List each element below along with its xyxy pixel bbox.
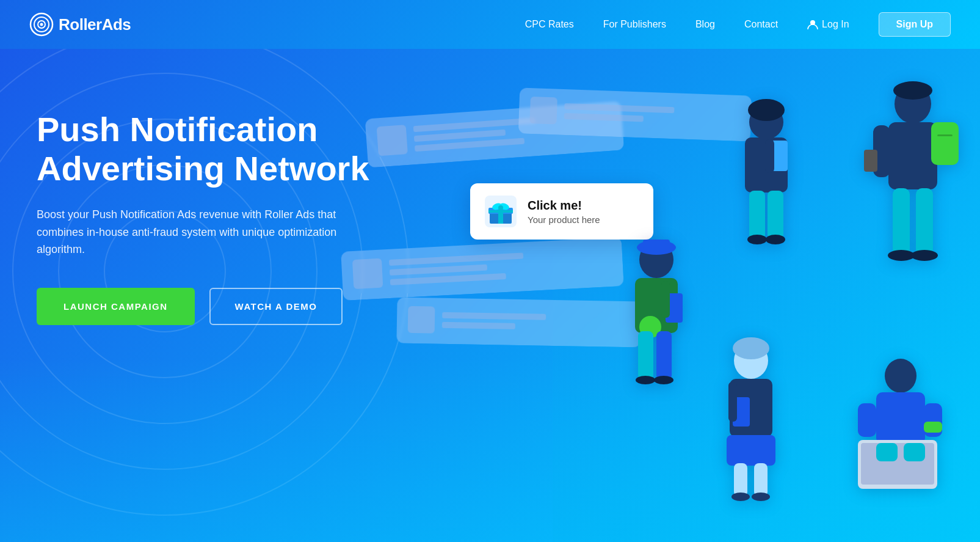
person-illustration-5: [840, 342, 962, 504]
login-button[interactable]: Log In: [807, 19, 849, 30]
signup-button[interactable]: Sign Up: [879, 12, 951, 37]
notif-line: [564, 113, 644, 122]
svg-rect-53: [858, 403, 876, 437]
person-illustration-3: [608, 226, 705, 400]
svg-rect-30: [643, 240, 670, 249]
svg-point-16: [766, 235, 785, 244]
notif-thumb-2: [529, 97, 557, 125]
svg-rect-36: [656, 331, 672, 380]
svg-rect-21: [937, 134, 953, 136]
launch-campaign-button[interactable]: LAUNCH CAMPAIGN: [37, 288, 195, 325]
person-illustration-4: [699, 324, 803, 510]
watch-demo-button[interactable]: WATCH A DEMO: [209, 288, 343, 325]
hero-buttons: LAUNCH CAMPAIGN WATCH A DEMO: [37, 288, 415, 325]
svg-rect-13: [749, 191, 765, 240]
svg-rect-20: [931, 122, 959, 165]
logo-text: RollerAds: [59, 15, 131, 34]
notif-line: [564, 103, 674, 113]
svg-rect-23: [893, 188, 910, 255]
svg-rect-12: [765, 139, 774, 173]
login-label: Log In: [822, 19, 849, 30]
svg-point-47: [731, 493, 750, 501]
svg-point-9: [748, 99, 785, 121]
hero-title: Push Notification Advertising Network: [37, 110, 415, 189]
svg-rect-55: [876, 443, 898, 461]
user-icon: [807, 19, 818, 30]
notif-lines-2: [564, 103, 675, 123]
notification-text: Click me! Your product here: [528, 199, 600, 225]
svg-rect-43: [728, 382, 737, 422]
hero-content: Push Notification Advertising Network Bo…: [37, 110, 415, 325]
logo[interactable]: RollerAds: [29, 12, 131, 37]
nav-links: CPC Rates For Publishers Blog Contact Lo…: [525, 12, 951, 37]
notification-subtitle: Your product here: [528, 214, 600, 225]
nav-blog[interactable]: Blog: [695, 19, 715, 30]
notif-card-4: [396, 298, 641, 348]
nav-cpc-rates[interactable]: CPC Rates: [525, 19, 574, 30]
svg-point-49: [885, 359, 916, 393]
svg-point-18: [893, 81, 932, 100]
notif-line: [442, 322, 515, 329]
svg-rect-24: [916, 188, 933, 255]
svg-rect-50: [876, 392, 925, 444]
svg-rect-46: [754, 463, 768, 497]
svg-rect-35: [638, 331, 653, 380]
svg-point-25: [888, 250, 915, 261]
navbar: RollerAds CPC Rates For Publishers Blog …: [0, 0, 980, 49]
svg-rect-44: [727, 435, 775, 466]
svg-point-40: [733, 337, 769, 359]
svg-rect-45: [734, 463, 747, 497]
svg-point-48: [752, 493, 770, 501]
svg-rect-4: [488, 210, 513, 213]
svg-point-38: [654, 376, 673, 384]
svg-rect-33: [661, 281, 670, 318]
svg-rect-14: [768, 191, 783, 240]
nav-contact[interactable]: Contact: [744, 19, 778, 30]
gift-icon: [485, 196, 517, 227]
svg-point-15: [747, 235, 767, 244]
svg-point-26: [911, 250, 938, 261]
svg-point-61: [40, 23, 43, 26]
notif-line: [413, 117, 535, 132]
nav-for-publishers[interactable]: For Publishers: [603, 19, 666, 30]
person-illustration-1: [711, 73, 821, 259]
notif-lines-4: [442, 312, 546, 330]
svg-rect-56: [904, 443, 925, 461]
svg-point-7: [498, 205, 503, 210]
person-illustration-2: [852, 61, 974, 284]
hero-subtitle: Boost your Push Notification Ads revenue…: [37, 206, 366, 258]
svg-rect-27: [864, 150, 877, 172]
notification-title: Click me!: [528, 199, 600, 213]
svg-point-37: [636, 376, 655, 384]
svg-rect-19: [888, 122, 937, 189]
notif-line: [442, 312, 546, 320]
svg-rect-57: [924, 422, 942, 433]
logo-icon: [29, 12, 54, 37]
